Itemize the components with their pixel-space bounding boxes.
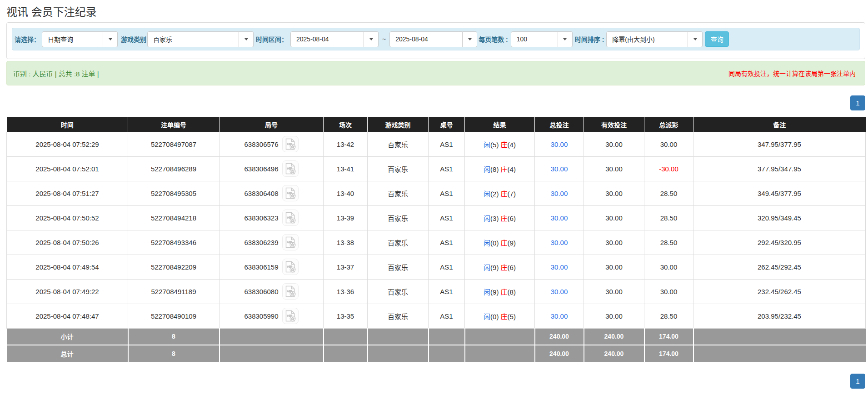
time-sort-dropdown-button[interactable] [688,31,703,47]
cell-table-no: AS1 [429,230,465,255]
cell-valid-bet: 30.00 [584,255,644,279]
subtotal-row-table [429,328,465,345]
video-replay-button[interactable] [282,136,299,152]
cell-result: 闲(8) 庄(4) [465,156,535,181]
cell-payout: 28.50 [644,304,693,328]
total-bet-link[interactable]: 30.00 [551,140,568,148]
cell-result: 闲(3) 庄(6) [465,205,535,230]
result-player: 闲 [484,190,490,198]
page-size-dropdown-button[interactable] [558,31,573,47]
round-id-group: 638306239 [244,234,298,250]
total-bet-link[interactable]: 30.00 [551,214,568,222]
page-1-button[interactable]: 1 [850,374,865,389]
round-id-group: 638306496 [244,160,298,177]
cell-payout: 28.50 [644,205,693,230]
subtotal-row-result [465,328,535,345]
page-1-button[interactable]: 1 [850,95,865,110]
cell-game-type: 百家乐 [368,205,429,230]
cell-session: 13-42 [324,132,368,156]
video-replay-button[interactable] [282,308,299,324]
subtotal-row-valid-bet: 240.00 [584,328,644,345]
cell-time: 2025-08-04 07:49:22 [7,279,128,304]
pagination-top: 1 [6,95,865,110]
round-id-group: 638306323 [244,210,298,226]
cell-time: 2025-08-04 07:48:47 [7,304,128,328]
cell-game-type: 百家乐 [368,279,429,304]
video-file-icon [284,186,297,200]
date-from-input[interactable] [290,31,364,47]
cell-remark: 203.95/232.45 [693,304,866,328]
result-banker-score: (6) [508,264,516,271]
summary-text: 币别 : 人民币 | 总共 :8 注单 | [13,69,99,78]
column-header-7: 总投注 [535,117,584,132]
total-row-label: 总计 [7,345,128,362]
page: 视讯 会员下注纪录 请选择： 游戏类别 时间区间： ~ 每页笔数 [6,0,865,395]
cell-result: 闲(9) 庄(6) [465,255,535,279]
cell-round-id: 638306576 [219,132,324,156]
column-header-1: 注单编号 [128,117,219,132]
subtotal-row-game [368,328,429,345]
video-replay-button[interactable] [282,160,299,177]
cell-round-id: 638306496 [219,156,324,181]
summary-warning-note: 同局有效投注，统一计算在该局第一张注单内 [728,69,856,78]
search-button[interactable]: 查询 [705,31,729,47]
cell-session: 13-40 [324,181,368,205]
cell-payout: 30.00 [644,279,693,304]
select-type-label: 请选择： [15,35,40,44]
video-replay-button[interactable] [282,210,299,226]
column-header-4: 游戏类别 [368,117,429,132]
video-replay-button[interactable] [282,259,299,275]
result-player: 闲 [484,141,490,149]
result-banker: 庄 [501,165,508,173]
total-bet-link[interactable]: 30.00 [551,312,568,320]
table-row: 2025-08-04 07:52:29522708497087638306576… [7,132,866,156]
result-banker: 庄 [501,264,508,271]
page-size-input[interactable] [511,31,558,47]
video-replay-button[interactable] [282,185,299,201]
result-player-score: (0) [490,239,501,247]
subtotal-row-round [219,328,324,345]
table-row: 2025-08-04 07:49:54522708492209638306159… [7,255,866,279]
cell-bet-id: 522708492209 [128,255,219,279]
query-type-dropdown-button[interactable] [103,31,118,47]
result-player: 闲 [484,288,490,296]
page-size-combobox [511,31,573,47]
cell-total-bet: 30.00 [535,230,584,255]
round-id-value: 638306408 [244,190,278,197]
video-replay-button[interactable] [282,234,299,250]
total-bet-link[interactable]: 30.00 [551,263,568,271]
time-sort-input[interactable] [606,31,688,47]
result-banker: 庄 [501,190,508,198]
cell-time: 2025-08-04 07:50:52 [7,205,128,230]
cell-time: 2025-08-04 07:50:26 [7,230,128,255]
cell-session: 13-37 [324,255,368,279]
game-type-dropdown-button[interactable] [239,31,254,47]
date-from-dropdown-button[interactable] [364,31,379,47]
column-header-0: 时间 [7,117,128,132]
result-player: 闲 [484,313,490,320]
game-type-input[interactable] [147,31,239,47]
total-bet-link[interactable]: 30.00 [551,239,568,246]
result-banker-score: (4) [508,165,516,173]
query-type-input[interactable] [42,31,103,47]
date-to-dropdown-button[interactable] [463,31,477,47]
cell-bet-id: 522708490109 [128,304,219,328]
result-banker: 庄 [501,239,508,247]
time-range-label: 时间区间： [256,35,288,44]
round-id-value: 638306576 [244,140,278,148]
round-id-group: 638306408 [244,185,298,201]
cell-table-no: AS1 [429,255,465,279]
game-type-label: 游戏类别 [121,35,146,44]
game-type-combobox [147,31,254,47]
video-replay-button[interactable] [282,283,299,300]
cell-remark: 320.95/349.45 [693,205,866,230]
total-row-payout: 174.00 [644,345,693,362]
column-header-9: 总派彩 [644,117,693,132]
date-to-input[interactable] [389,31,463,47]
total-bet-link[interactable]: 30.00 [551,165,568,173]
total-bet-link[interactable]: 30.00 [551,190,568,197]
subtotal-row-count: 8 [128,328,219,345]
round-id-value: 638306323 [244,214,278,222]
cell-game-type: 百家乐 [368,156,429,181]
total-bet-link[interactable]: 30.00 [551,288,568,295]
